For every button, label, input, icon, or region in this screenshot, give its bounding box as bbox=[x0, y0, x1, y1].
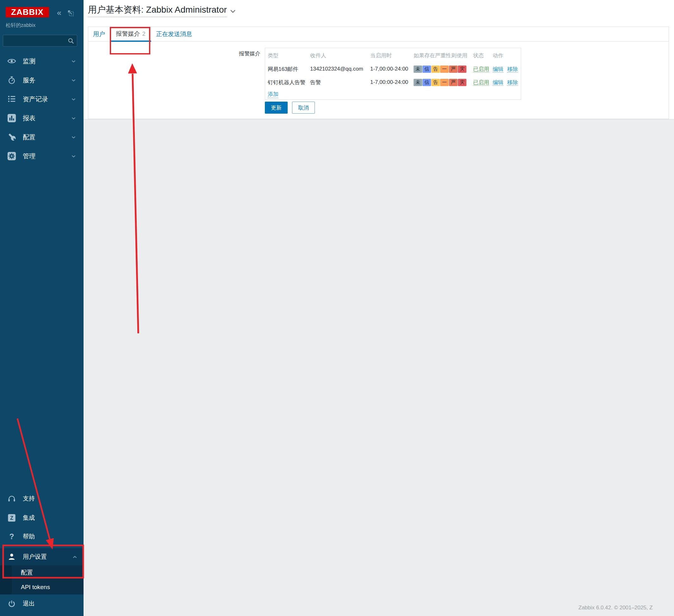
gear-icon bbox=[7, 151, 16, 161]
sidebar-main-menu: 监测服务资产记录报表配置管理 bbox=[0, 52, 84, 166]
sidebar-search bbox=[3, 35, 77, 46]
severity-chip: 未 bbox=[414, 66, 422, 73]
page-title[interactable]: 用户基本资料: Zabbix Administrator bbox=[88, 4, 227, 17]
sidebar-subitem-profile[interactable]: 配置 bbox=[0, 566, 84, 580]
sidebar-item-label: 集成 bbox=[23, 514, 35, 522]
sidebar-subitem-api-tokens[interactable]: API tokens bbox=[0, 580, 84, 595]
tab-user[interactable]: 用户 bbox=[93, 27, 105, 41]
actions-cell: 编辑移除 bbox=[490, 66, 521, 73]
sidebar-item-signout[interactable]: 退出 bbox=[0, 596, 84, 612]
sidebar-item-label: 资产记录 bbox=[23, 95, 48, 104]
footer-version: Zabbix 6.0.42. © 2001–2025, Z bbox=[578, 605, 653, 611]
severity-chip: 一 bbox=[440, 79, 449, 86]
tab-messaging[interactable]: 正在发送消息 bbox=[156, 27, 192, 41]
table-row: 钉钉机器人告警告警1-7,00:00-24:00未信告一严灾已启用编辑移除 bbox=[265, 76, 521, 89]
chevron-down-icon bbox=[72, 58, 76, 64]
title-dropdown-icon[interactable] bbox=[230, 9, 236, 14]
sidebar-item-label: 帮助 bbox=[23, 532, 35, 541]
chevron-down-icon bbox=[72, 77, 76, 83]
search-input[interactable] bbox=[5, 35, 67, 46]
sidebar-item-inventory[interactable]: 资产记录 bbox=[0, 90, 84, 109]
table-row: 网易163邮件1342102324@qq.com1-7,00:00-24:00未… bbox=[265, 62, 521, 76]
media-type-cell: 网易163邮件 bbox=[265, 66, 308, 73]
sidebar-item-configuration[interactable]: 配置 bbox=[0, 127, 84, 146]
sidebar-item-label: 支持 bbox=[23, 495, 35, 503]
tabstrip: 用户报警媒介2正在发送消息 bbox=[88, 27, 669, 41]
status-cell: 已启用 bbox=[470, 79, 490, 86]
question-icon: ? bbox=[7, 532, 16, 541]
sidebar-item-reports[interactable]: 报表 bbox=[0, 109, 84, 127]
sidebar-item-services[interactable]: 服务 bbox=[0, 71, 84, 90]
server-name: 松轩的zabbix bbox=[6, 22, 35, 29]
cancel-button[interactable]: 取消 bbox=[292, 102, 315, 114]
severity-chip: 灾 bbox=[458, 66, 466, 73]
chart-icon bbox=[7, 113, 16, 123]
remove-link[interactable]: 移除 bbox=[507, 80, 518, 86]
sidebar-item-label: 监测 bbox=[23, 57, 35, 66]
media-field-label: 报警媒介 bbox=[190, 50, 260, 57]
stopwatch-icon bbox=[7, 75, 16, 85]
sidebar: ZABBIX « 松轩的zabbix 监测服务资产记录报表配置管理 支持Z集成?… bbox=[0, 0, 84, 616]
update-button[interactable]: 更新 bbox=[265, 102, 288, 114]
tab-count-badge: 2 bbox=[142, 31, 145, 37]
svg-text:Z: Z bbox=[10, 515, 13, 521]
add-media-link[interactable]: 添加 bbox=[268, 91, 278, 98]
sidebar-item-label: 服务 bbox=[23, 76, 35, 85]
severity-chip: 一 bbox=[440, 66, 449, 73]
actions-cell: 编辑移除 bbox=[490, 79, 521, 86]
remove-link[interactable]: 移除 bbox=[507, 66, 518, 73]
sidebar-item-administration[interactable]: 管理 bbox=[0, 146, 84, 166]
list-icon bbox=[7, 94, 16, 104]
severity-chip: 告 bbox=[431, 79, 440, 86]
user-settings-submenu: 配置API tokens bbox=[0, 566, 84, 595]
table-header-row: 类型收件人当启用时如果存在严重性则使用状态动作 bbox=[265, 48, 521, 62]
column-header: 当启用时 bbox=[368, 52, 411, 59]
collapse-sidebar-icon[interactable]: « bbox=[57, 8, 62, 17]
severity-cell: 未信告一严灾 bbox=[411, 66, 470, 73]
tab-media[interactable]: 报警媒介2 bbox=[110, 27, 151, 42]
sidebar-item-support[interactable]: 支持 bbox=[0, 491, 84, 506]
tab-label: 报警媒介 bbox=[116, 30, 140, 38]
when-active-cell: 1-7,00:00-24:00 bbox=[368, 66, 411, 72]
edit-link[interactable]: 编辑 bbox=[493, 80, 503, 86]
column-header: 类型 bbox=[265, 52, 308, 59]
severity-chip: 信 bbox=[423, 66, 431, 73]
sidebar-item-label: 退出 bbox=[23, 600, 35, 608]
column-header: 状态 bbox=[470, 52, 490, 59]
zabbix-app: ZABBIX « 松轩的zabbix 监测服务资产记录报表配置管理 支持Z集成?… bbox=[0, 0, 674, 616]
chevron-down-icon bbox=[72, 96, 76, 102]
sidebar-item-label: 报表 bbox=[23, 114, 35, 122]
status-enabled-link[interactable]: 已启用 bbox=[473, 66, 489, 73]
zabbix-logo[interactable]: ZABBIX bbox=[6, 7, 49, 17]
chevron-down-icon bbox=[72, 153, 76, 159]
eye-icon bbox=[7, 56, 16, 66]
sidebar-item-monitoring[interactable]: 监测 bbox=[0, 52, 84, 71]
severity-chip: 严 bbox=[449, 66, 458, 73]
sidebar-item-label: 管理 bbox=[23, 152, 35, 161]
user-icon bbox=[7, 552, 16, 561]
sidebar-item-integrations[interactable]: Z集成 bbox=[0, 510, 84, 526]
chevron-down-icon bbox=[72, 134, 76, 140]
svg-text:?: ? bbox=[9, 532, 14, 541]
sidebar-item-user-settings[interactable]: 用户设置 bbox=[0, 548, 84, 566]
sidebar-item-help[interactable]: ?帮助 bbox=[0, 529, 84, 544]
media-table: 类型收件人当启用时如果存在严重性则使用状态动作网易163邮件1342102324… bbox=[265, 48, 521, 100]
column-header: 如果存在严重性则使用 bbox=[411, 52, 470, 59]
edit-link[interactable]: 编辑 bbox=[493, 66, 503, 73]
sidebar-item-label: 配置 bbox=[23, 133, 35, 141]
status-enabled-link[interactable]: 已启用 bbox=[473, 80, 489, 86]
status-cell: 已启用 bbox=[470, 66, 490, 73]
when-active-cell: 1-7,00:00-24:00 bbox=[368, 79, 411, 86]
kiosk-mode-icon[interactable] bbox=[67, 9, 75, 18]
send-to-cell: 1342102324@qq.com bbox=[308, 66, 368, 72]
severity-chip: 告 bbox=[431, 66, 440, 73]
power-icon bbox=[7, 599, 16, 608]
z-badge-icon: Z bbox=[7, 513, 16, 523]
sidebar-item-label: 用户设置 bbox=[23, 553, 47, 561]
table-add-row: 添加 bbox=[265, 89, 521, 99]
send-to-cell: 告警 bbox=[308, 79, 368, 86]
column-header: 收件人 bbox=[308, 52, 368, 59]
severity-chip: 未 bbox=[414, 79, 422, 86]
search-icon[interactable] bbox=[68, 37, 75, 46]
media-type-cell: 钉钉机器人告警 bbox=[265, 79, 308, 86]
